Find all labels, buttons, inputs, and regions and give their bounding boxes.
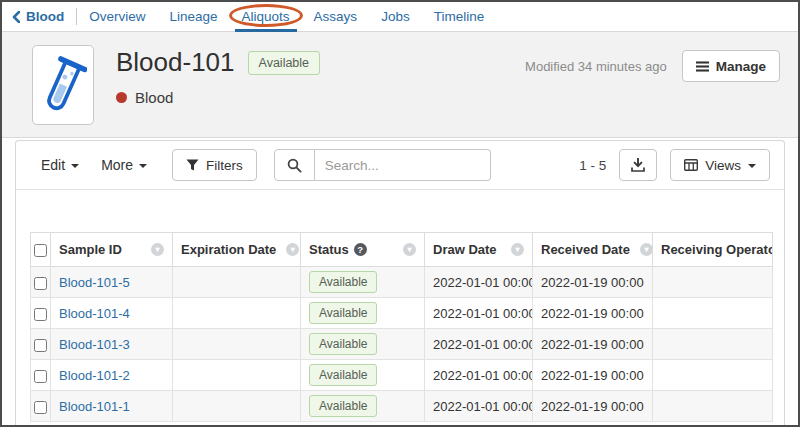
views-button[interactable]: Views xyxy=(670,149,770,181)
sample-link[interactable]: Blood-101-3 xyxy=(59,337,130,352)
column-header-draw-date: Draw Date xyxy=(433,242,497,257)
views-button-label: Views xyxy=(705,158,741,173)
more-menu-button[interactable]: More xyxy=(90,151,158,179)
table-row: Blood-101-4 Available 2022-01-01 00:00 2… xyxy=(31,298,773,329)
sample-header: Blood-101 Available Blood Modified 34 mi… xyxy=(2,32,798,138)
row-checkbox[interactable] xyxy=(34,339,47,352)
receiving-operator-cell xyxy=(653,329,773,360)
test-tube-icon xyxy=(39,53,87,117)
tab-overview[interactable]: Overview xyxy=(77,2,157,31)
status-badge: Available xyxy=(248,51,321,75)
tab-timeline[interactable]: Timeline xyxy=(422,2,497,31)
column-menu-icon[interactable]: ▾ xyxy=(511,243,524,256)
sample-link[interactable]: Blood-101-2 xyxy=(59,368,130,383)
draw-date-cell: 2022-01-01 00:00 xyxy=(425,267,533,298)
status-badge: Available xyxy=(309,302,377,324)
sample-link[interactable]: Blood-101-5 xyxy=(59,275,130,290)
column-header-received-date: Received Date xyxy=(541,242,630,257)
tab-bar: Blood Overview Lineage Aliquots Assays J… xyxy=(2,2,798,32)
table-row: Blood-101-1 Available 2022-01-01 00:00 2… xyxy=(31,391,773,422)
filters-button[interactable]: Filters xyxy=(172,149,257,181)
draw-date-cell: 2022-01-01 00:00 xyxy=(425,360,533,391)
received-date-cell: 2022-01-19 00:00 xyxy=(533,298,653,329)
expiration-date-cell xyxy=(173,329,301,360)
column-header-status: Status xyxy=(309,242,349,257)
tab-jobs[interactable]: Jobs xyxy=(369,2,422,31)
caret-down-icon xyxy=(139,164,147,168)
received-date-cell: 2022-01-19 00:00 xyxy=(533,267,653,298)
back-link-label: Blood xyxy=(26,9,64,24)
draw-date-cell: 2022-01-01 00:00 xyxy=(425,298,533,329)
edit-menu-label: Edit xyxy=(41,157,65,173)
manage-button-label: Manage xyxy=(716,59,766,74)
draw-date-cell: 2022-01-01 00:00 xyxy=(425,329,533,360)
select-all-checkbox[interactable] xyxy=(34,244,47,257)
column-header-expiration-date: Expiration Date xyxy=(181,242,276,257)
receiving-operator-cell xyxy=(653,267,773,298)
sample-type-dot-icon xyxy=(116,92,127,103)
search-input[interactable] xyxy=(315,149,491,181)
pagination-range: 1 - 5 xyxy=(579,158,606,173)
tab-lineage[interactable]: Lineage xyxy=(158,2,230,31)
received-date-cell: 2022-01-19 00:00 xyxy=(533,329,653,360)
column-header-receiving-operator: Receiving Operator xyxy=(661,242,773,257)
caret-down-icon xyxy=(71,164,79,168)
receiving-operator-cell xyxy=(653,298,773,329)
filters-button-label: Filters xyxy=(206,158,243,173)
more-menu-label: More xyxy=(101,157,133,173)
page-title: Blood-101 xyxy=(116,47,235,78)
grid-toolbar: Edit More Filters 1 - 5 xyxy=(16,141,784,190)
caret-down-icon xyxy=(748,164,756,168)
aliquots-grid-panel: Edit More Filters 1 - 5 xyxy=(15,140,785,425)
chevron-left-icon xyxy=(12,11,20,23)
row-checkbox[interactable] xyxy=(34,401,47,414)
toolbar-right: 1 - 5 Views xyxy=(579,149,770,181)
export-button[interactable] xyxy=(619,149,657,181)
row-checkbox[interactable] xyxy=(34,308,47,321)
tab-assays[interactable]: Assays xyxy=(302,2,370,31)
column-menu-icon[interactable]: ▾ xyxy=(640,243,653,256)
receiving-operator-cell xyxy=(653,360,773,391)
manage-button[interactable]: Manage xyxy=(682,50,780,82)
edit-menu-button[interactable]: Edit xyxy=(30,151,90,179)
status-badge: Available xyxy=(309,333,377,355)
table-row: Blood-101-2 Available 2022-01-01 00:00 2… xyxy=(31,360,773,391)
column-header-sample-id: Sample ID xyxy=(59,242,122,257)
sample-link[interactable]: Blood-101-4 xyxy=(59,306,130,321)
received-date-cell: 2022-01-19 00:00 xyxy=(533,391,653,422)
received-date-cell: 2022-01-19 00:00 xyxy=(533,360,653,391)
sample-type-label: Blood xyxy=(135,89,173,106)
column-menu-icon[interactable]: ▾ xyxy=(286,243,299,256)
search-group xyxy=(274,149,491,181)
column-menu-icon[interactable]: ▾ xyxy=(403,243,416,256)
status-badge: Available xyxy=(309,364,377,386)
row-checkbox[interactable] xyxy=(34,370,47,383)
back-link-blood[interactable]: Blood xyxy=(2,2,76,31)
expiration-date-cell xyxy=(173,298,301,329)
status-badge: Available xyxy=(309,271,377,293)
hamburger-icon xyxy=(696,61,709,72)
title-block: Blood-101 Available Blood xyxy=(116,45,320,137)
modified-timestamp: Modified 34 minutes ago xyxy=(525,59,667,74)
tab-aliquots[interactable]: Aliquots xyxy=(230,2,302,31)
sample-link[interactable]: Blood-101-1 xyxy=(59,399,130,414)
table-row: Blood-101-5 Available 2022-01-01 00:00 2… xyxy=(31,267,773,298)
sample-icon-box xyxy=(32,45,94,125)
header-actions: Modified 34 minutes ago Manage xyxy=(525,50,780,82)
expiration-date-cell xyxy=(173,360,301,391)
table-grid-icon xyxy=(684,159,698,171)
search-icon xyxy=(274,149,315,181)
status-badge: Available xyxy=(309,395,377,417)
receiving-operator-cell xyxy=(653,391,773,422)
expiration-date-cell xyxy=(173,391,301,422)
expiration-date-cell xyxy=(173,267,301,298)
column-menu-icon[interactable]: ▾ xyxy=(151,243,164,256)
filter-icon xyxy=(186,159,199,171)
question-circle-icon[interactable]: ? xyxy=(354,243,367,256)
row-checkbox[interactable] xyxy=(34,277,47,290)
sample-detail-page: Blood Overview Lineage Aliquots Assays J… xyxy=(0,0,800,427)
table-header-row: Sample ID▾ Expiration Date▾ Status?▾ Dra… xyxy=(31,233,773,267)
table-row: Blood-101-3 Available 2022-01-01 00:00 2… xyxy=(31,329,773,360)
aliquots-table: Sample ID▾ Expiration Date▾ Status?▾ Dra… xyxy=(30,232,773,422)
download-icon xyxy=(631,158,645,172)
